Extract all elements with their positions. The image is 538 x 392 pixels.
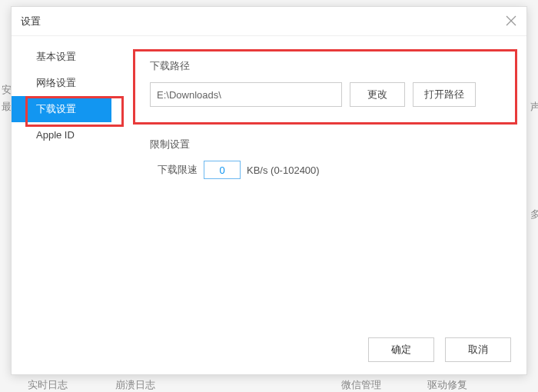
bg-text: 驱动修复 [427,378,467,392]
open-path-button[interactable]: 打开路径 [413,82,476,107]
cancel-button[interactable]: 取消 [445,337,511,362]
download-path-title: 下载路径 [150,59,505,73]
limit-unit-hint: KB/s (0-102400) [247,164,320,176]
content-pane: 下载路径 更改 打开路径 限制设置 下载限速 KB/s (0-102400) [111,36,526,333]
bg-text: 崩溃日志 [115,378,155,392]
limit-label: 下载限速 [158,163,198,177]
bg-text: 多 [530,208,538,221]
sidebar: 基本设置 网络设置 下载设置 Apple ID [12,36,111,333]
settings-dialog: 设置 基本设置 网络设置 下载设置 Apple ID 下载路径 更改 打开路径 … [11,6,527,375]
close-icon[interactable] [503,13,519,28]
bg-text: 声 [530,100,538,114]
download-speed-input[interactable] [204,161,241,179]
sidebar-item-basic[interactable]: 基本设置 [12,44,111,70]
bg-text: 微信管理 [341,378,381,392]
ok-button[interactable]: 确定 [368,337,434,362]
sidebar-item-network[interactable]: 网络设置 [12,70,111,96]
limit-row: 下载限速 KB/s (0-102400) [150,161,505,179]
sidebar-item-download[interactable]: 下载设置 [12,96,111,122]
dialog-body: 基本设置 网络设置 下载设置 Apple ID 下载路径 更改 打开路径 限制设… [12,36,526,333]
change-path-button[interactable]: 更改 [350,82,405,107]
dialog-title: 设置 [21,15,41,28]
dialog-titlebar: 设置 [12,7,526,36]
sidebar-item-appleid[interactable]: Apple ID [12,122,111,148]
download-path-row: 更改 打开路径 [150,82,505,107]
limit-title: 限制设置 [150,138,505,151]
dialog-footer: 确定 取消 [12,333,526,374]
bg-text: 实时日志 [28,378,68,392]
download-path-input[interactable] [150,82,342,107]
